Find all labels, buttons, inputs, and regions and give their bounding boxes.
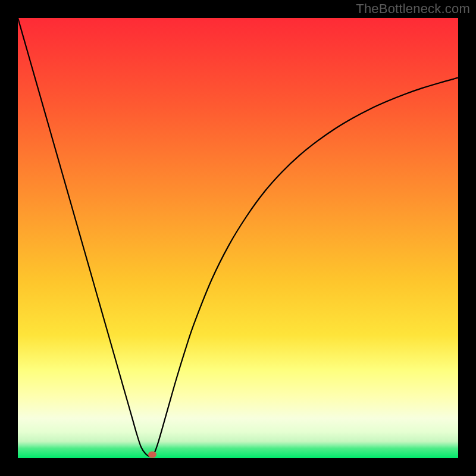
bottleneck-plot [18, 18, 458, 458]
gradient-background [18, 18, 458, 458]
watermark-text: TheBottleneck.com [356, 1, 470, 17]
chart-frame: TheBottleneck.com [0, 0, 476, 476]
optimum-marker [148, 452, 156, 458]
